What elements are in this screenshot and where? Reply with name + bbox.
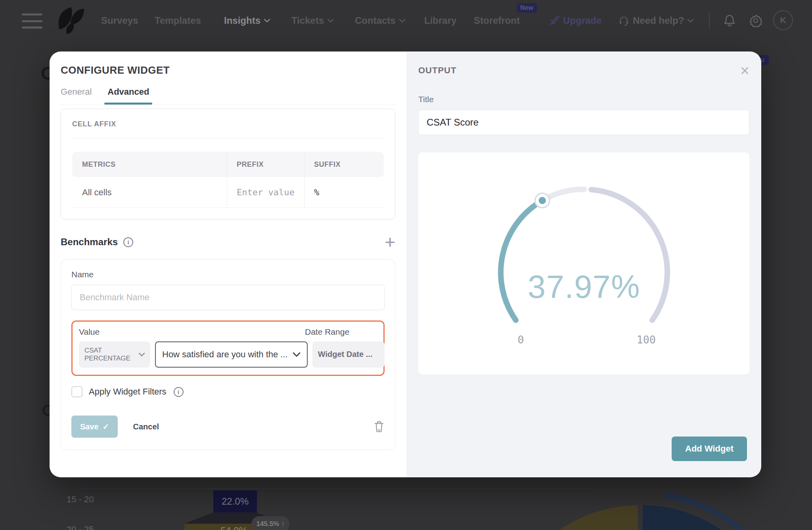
funnel-bar: 22.0% (213, 490, 257, 513)
name-label: Name (71, 270, 385, 279)
column-divider (227, 152, 227, 208)
cell-affix-title: CELL AFFIX (72, 120, 384, 128)
storefront-new-badge: New (517, 3, 537, 13)
hamburger-menu-icon[interactable] (22, 13, 42, 29)
nav-storefront[interactable]: Storefront (474, 15, 520, 26)
background-donut-chart (527, 491, 781, 530)
column-header-metrics: METRICS (72, 160, 227, 169)
funnel-row-label: 20 - 25 (67, 524, 94, 530)
funnel-delta-badge: 145.5% ↑ (251, 516, 289, 530)
app-logo-leaf-icon[interactable] (48, 5, 86, 36)
rocket-icon (549, 15, 559, 26)
output-panel: OUTPUT × Title 37.97% 0 100 Add Widget (406, 51, 761, 477)
gauge-max-label: 100 (636, 334, 655, 346)
modal-tabs: General Advanced (61, 87, 395, 105)
benchmarks-title: Benchmarks (61, 236, 118, 248)
chevron-down-icon (688, 19, 693, 23)
nav-surveys[interactable]: Surveys (101, 15, 138, 26)
app-root: { "nav": { "items": [ {"label": "Surveys… (0, 0, 812, 530)
bell-icon (723, 14, 736, 27)
info-icon[interactable]: i (174, 387, 184, 397)
question-dropdown[interactable]: How satisfied are you with the ... (155, 341, 308, 368)
configure-widget-modal: CONFIGURE WIDGET General Advanced CELL A… (50, 51, 761, 477)
modal-title: CONFIGURE WIDGET (61, 64, 395, 76)
benchmark-card: Name Value Date Range CSAT PERCENTAGE Ho… (61, 259, 395, 450)
save-button[interactable]: Save ✓ (71, 416, 118, 438)
table-row: All cells (72, 177, 384, 208)
metric-cell: All cells (72, 187, 227, 198)
gauge-preview-card: 37.97% 0 100 (418, 153, 749, 374)
table-header-row: METRICS PREFIX SUFFIX (72, 152, 384, 177)
chevron-down-icon (399, 19, 405, 23)
gauge-value-text: 37.97% (528, 269, 640, 305)
upgrade-button[interactable]: Upgrade (549, 15, 601, 26)
cell-affix-table: METRICS PREFIX SUFFIX All cells (72, 152, 384, 208)
settings-button[interactable] (747, 12, 764, 29)
column-header-prefix: PREFIX (227, 160, 304, 169)
benchmarks-header: Benchmarks i + (61, 236, 395, 248)
background-chart-divider (75, 488, 596, 489)
chevron-down-icon (264, 19, 270, 23)
add-widget-button[interactable]: Add Widget (672, 437, 747, 461)
add-benchmark-button[interactable]: + (385, 236, 395, 248)
apply-widget-filters-label: Apply Widget Filters (89, 387, 167, 397)
notifications-button[interactable] (721, 12, 738, 29)
gauge-chart: 37.97% 0 100 (473, 177, 695, 355)
date-range-label: Date Range (305, 327, 377, 337)
user-avatar[interactable]: K (773, 10, 793, 30)
nav-divider (709, 13, 710, 29)
chevron-down-icon (139, 353, 145, 357)
gauge-min-label: 0 (517, 334, 524, 346)
chevron-down-icon (327, 19, 333, 23)
nav-templates[interactable]: Templates (155, 15, 201, 26)
cell-affix-card: CELL AFFIX METRICS PREFIX SUFFIX All cel… (61, 109, 395, 219)
column-divider (304, 152, 304, 208)
need-help-menu[interactable]: Need help? (619, 15, 693, 26)
metric-dropdown[interactable]: CSAT PERCENTAGE (79, 341, 150, 368)
funnel-row-label: 15 - 20 (67, 494, 94, 505)
divider (72, 138, 384, 138)
gauge-knob-dot (538, 197, 546, 204)
nav-contacts[interactable]: Contacts (355, 15, 405, 26)
cancel-button[interactable]: Cancel (133, 422, 159, 431)
benchmark-value-group-highlighted: Value Date Range CSAT PERCENTAGE How sat… (71, 320, 385, 376)
tab-advanced[interactable]: Advanced (107, 87, 149, 104)
column-header-suffix: SUFFIX (304, 160, 384, 169)
nav-tickets[interactable]: Tickets (291, 15, 333, 26)
info-icon[interactable]: i (123, 237, 133, 247)
apply-widget-filters-row: Apply Widget Filters i (71, 386, 385, 397)
prefix-input[interactable] (237, 187, 297, 197)
apply-widget-filters-checkbox[interactable] (71, 386, 82, 397)
tab-general[interactable]: General (61, 87, 92, 104)
nav-insights[interactable]: Insights (224, 15, 270, 26)
configure-panel: CONFIGURE WIDGET General Advanced CELL A… (50, 51, 406, 477)
output-heading: OUTPUT (418, 65, 456, 76)
close-icon[interactable]: × (740, 65, 749, 76)
trash-icon (373, 420, 385, 433)
chevron-down-icon (293, 352, 301, 357)
title-label: Title (418, 95, 749, 104)
benchmark-name-input[interactable] (71, 285, 385, 310)
suffix-input[interactable] (314, 187, 377, 197)
value-label: Value (79, 327, 150, 337)
benchmark-actions: Save ✓ Cancel (71, 416, 385, 439)
widget-title-input[interactable] (418, 110, 749, 135)
nav-library[interactable]: Library (424, 15, 456, 26)
check-icon: ✓ (103, 422, 109, 431)
delete-benchmark-button[interactable] (373, 420, 385, 433)
headset-icon (619, 15, 629, 26)
date-range-dropdown[interactable]: Widget Date ... (312, 341, 385, 368)
gear-icon (749, 14, 762, 27)
